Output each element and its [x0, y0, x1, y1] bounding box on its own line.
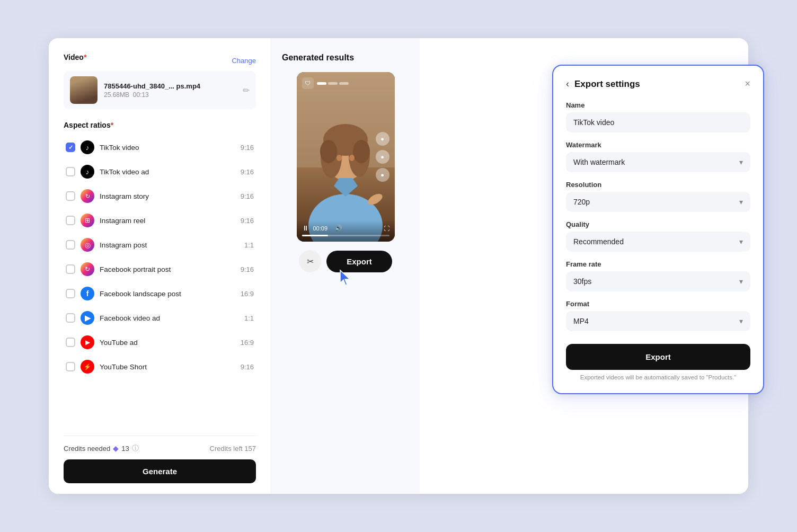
aspect-ratio: 9:16 — [241, 144, 254, 152]
close-button[interactable]: × — [745, 78, 750, 90]
resolution-field: Resolution 720p 1080p 4K ▾ — [566, 181, 750, 212]
progress-bar[interactable] — [302, 235, 389, 236]
svg-point-8 — [320, 140, 337, 163]
checkbox-tiktok-video-ad[interactable] — [66, 167, 75, 176]
aspect-item-facebook-video-ad[interactable]: ▶ Facebook video ad 1:1 — [64, 306, 256, 330]
fullscreen-icon[interactable]: ⛶ — [384, 225, 389, 232]
tiktok-ad-icon: ♪ — [81, 165, 94, 179]
edit-icon[interactable]: ✏ — [243, 85, 250, 95]
export-settings-panel: ‹ Export settings × Name Watermark With … — [552, 65, 764, 394]
instagram-reel-icon: ⊞ — [81, 214, 94, 227]
volume-icon[interactable]: 🔊 — [335, 225, 342, 232]
video-section-label: Video* — [64, 53, 86, 61]
name-input[interactable] — [566, 112, 750, 132]
middle-panel: Generated results — [271, 38, 420, 494]
export-settings-title: Export settings — [574, 79, 739, 90]
framerate-field: Frame rate 30fps 60fps 24fps ▾ — [566, 260, 750, 291]
aspect-ratio: 9:16 — [241, 168, 254, 176]
watermark-label: Watermark — [566, 141, 750, 149]
video-filename: 7855446-uhd_3840_... ps.mp4 — [104, 82, 236, 90]
checkbox-facebook-video-ad[interactable] — [66, 313, 75, 323]
checkbox-instagram-story[interactable] — [66, 191, 75, 201]
quality-label: Quality — [566, 220, 750, 228]
video-overlay-top: 🛡 — [302, 77, 349, 89]
checkbox-tiktok-video[interactable] — [66, 143, 75, 152]
aspect-ratio-list: ♪ TikTok video 9:16 ♪ TikTok video ad 9:… — [64, 136, 256, 426]
export-main-button[interactable]: Export — [566, 344, 750, 370]
format-field: Format MP4 MOV AVI ▾ — [566, 300, 750, 331]
checkbox-facebook-landscape[interactable] — [66, 289, 75, 298]
aspect-name: Instagram post — [100, 241, 239, 249]
youtube-ad-icon: ▶ — [81, 335, 94, 349]
format-label: Format — [566, 300, 750, 308]
aspect-item-youtube-short[interactable]: ⚡ YouTube Short 9:16 — [64, 355, 256, 378]
time-display: 00:09 — [313, 225, 328, 232]
aspect-ratio: 9:16 — [241, 265, 254, 273]
checkbox-instagram-reel[interactable] — [66, 216, 75, 225]
aspect-item-tiktok-video[interactable]: ♪ TikTok video 9:16 — [64, 136, 256, 159]
format-select[interactable]: MP4 MOV AVI — [566, 311, 750, 331]
quality-field: Quality Recommended High Medium Low ▾ — [566, 220, 750, 252]
aspect-ratio: 1:1 — [244, 241, 254, 249]
progress-fill — [302, 235, 329, 236]
aspect-item-instagram-post[interactable]: ◎ Instagram post 1:1 — [64, 233, 256, 256]
video-preview: 🛡 ● ● ● ⏸ 00:09 — [297, 72, 395, 242]
checkbox-instagram-post[interactable] — [66, 240, 75, 250]
watermark-select-wrapper: With watermark Without watermark ▾ — [566, 152, 750, 172]
aspect-ratio: 16:9 — [241, 339, 254, 347]
aspect-name: Facebook landscape post — [100, 290, 235, 298]
svg-point-10 — [336, 155, 342, 161]
aspect-ratio: 9:16 — [241, 363, 254, 371]
left-panel: Video* Change 7855446-uhd_3840_... ps.mp… — [49, 38, 271, 494]
watermark-shield-icon: 🛡 — [302, 77, 314, 89]
video-meta: 25.68MB 00:13 — [104, 91, 236, 99]
youtube-short-icon: ⚡ — [81, 360, 94, 374]
aspect-name: Instagram reel — [100, 217, 235, 225]
video-timeline-dots — [317, 82, 349, 85]
info-icon: ⓘ — [132, 444, 139, 453]
side-control-1[interactable]: ● — [376, 132, 389, 146]
aspect-name: TikTok video ad — [100, 168, 235, 176]
svg-point-11 — [349, 155, 355, 161]
facebook-portrait-icon: ↻ — [81, 262, 94, 276]
format-select-wrapper: MP4 MOV AVI ▾ — [566, 311, 750, 331]
video-side-controls: ● ● ● — [376, 132, 389, 182]
aspect-item-facebook-portrait[interactable]: ↻ Facebook portrait post 9:16 — [64, 258, 256, 281]
watermark-select[interactable]: With watermark Without watermark — [566, 152, 750, 172]
side-control-2[interactable]: ● — [376, 150, 389, 164]
cursor-arrow-icon — [338, 269, 353, 287]
aspect-ratio: 16:9 — [241, 290, 254, 298]
aspect-ratio: 1:1 — [244, 314, 254, 322]
generated-results-title: Generated results — [282, 53, 409, 63]
aspect-item-youtube-ad[interactable]: ▶ YouTube ad 16:9 — [64, 331, 256, 354]
framerate-select[interactable]: 30fps 60fps 24fps — [566, 271, 750, 291]
name-field: Name — [566, 101, 750, 132]
checkbox-youtube-ad[interactable] — [66, 338, 75, 347]
aspect-name: Facebook video ad — [100, 314, 239, 322]
checkbox-youtube-short[interactable] — [66, 362, 75, 371]
facebook-landscape-icon: f — [81, 287, 94, 300]
framerate-select-wrapper: 30fps 60fps 24fps ▾ — [566, 271, 750, 291]
change-video-link[interactable]: Change — [232, 57, 256, 65]
aspect-item-instagram-reel[interactable]: ⊞ Instagram reel 9:16 — [64, 209, 256, 232]
quality-select[interactable]: Recommended High Medium Low — [566, 232, 750, 252]
back-button[interactable]: ‹ — [566, 78, 569, 90]
aspect-name: YouTube Short — [100, 363, 235, 371]
credits-bar: Credits needed ◆ 13 ⓘ Credits left 157 — [64, 436, 256, 453]
diamond-icon: ◆ — [113, 444, 119, 453]
aspect-item-tiktok-video-ad[interactable]: ♪ TikTok video ad 9:16 — [64, 160, 256, 183]
aspect-item-facebook-landscape[interactable]: f Facebook landscape post 16:9 — [64, 282, 256, 305]
credits-needed: Credits needed ◆ 13 ⓘ — [64, 444, 139, 453]
generate-button[interactable]: Generate — [64, 459, 256, 483]
video-card: 7855446-uhd_3840_... ps.mp4 25.68MB 00:1… — [64, 71, 256, 109]
aspect-ratio: 9:16 — [241, 217, 254, 225]
credits-left: Credits left 157 — [210, 445, 256, 453]
video-bottom-controls: ⏸ 00:09 🔊 ⛶ — [297, 220, 395, 242]
checkbox-facebook-portrait[interactable] — [66, 264, 75, 274]
export-note: Exported videos will be automatically sa… — [566, 374, 750, 380]
aspect-item-instagram-story[interactable]: ↻ Instagram story 9:16 — [64, 184, 256, 208]
pause-button[interactable]: ⏸ — [302, 224, 309, 232]
watermark-field: Watermark With watermark Without waterma… — [566, 141, 750, 172]
resolution-select[interactable]: 720p 1080p 4K — [566, 192, 750, 212]
side-control-3[interactable]: ● — [376, 168, 389, 182]
